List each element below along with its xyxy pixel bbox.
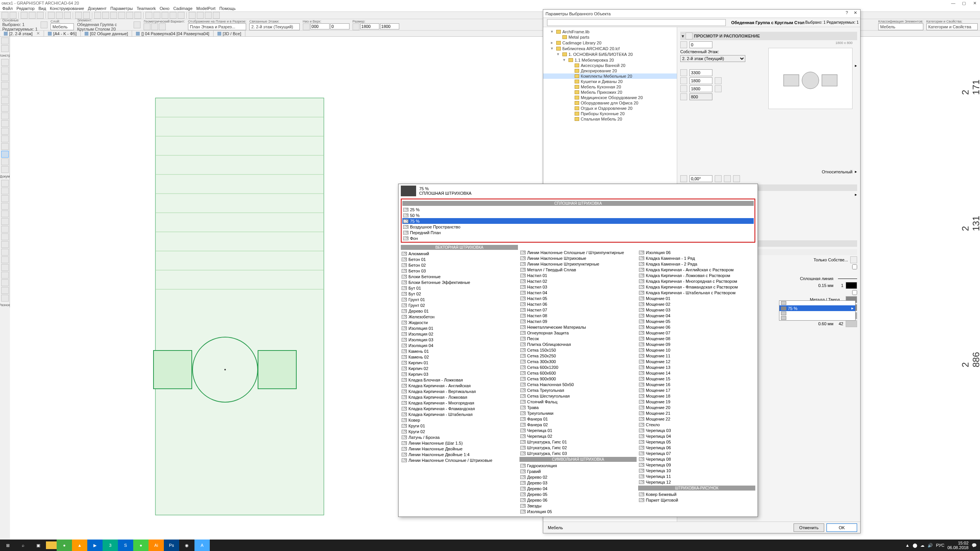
chrome-icon[interactable]: ◉ bbox=[179, 540, 194, 551]
hatch-item[interactable]: Сетка Треугольная bbox=[519, 387, 637, 393]
hatch-item[interactable]: Кирпич 03 bbox=[401, 371, 518, 377]
hatch-item[interactable]: Сетка 600x1200 bbox=[519, 364, 637, 370]
zone-tool[interactable] bbox=[1, 158, 9, 165]
hatch-item[interactable]: Черепица 03 bbox=[638, 427, 755, 433]
hatch-item[interactable]: Настил 09 bbox=[519, 318, 637, 324]
elev-icon[interactable] bbox=[303, 23, 310, 30]
tray-icon[interactable]: ▲ bbox=[905, 543, 910, 548]
hatch-item[interactable]: Трава bbox=[519, 404, 637, 410]
hatch-item[interactable]: Линии Наклонные Двойные 1:4 bbox=[401, 452, 518, 457]
tool-button[interactable] bbox=[29, 12, 36, 19]
app-icon[interactable]: S bbox=[118, 540, 133, 551]
hatch-item[interactable]: Блоки Бетонные bbox=[401, 274, 518, 279]
chevron-down-icon[interactable]: ▾ bbox=[682, 34, 684, 39]
tree-node[interactable]: Комплекты Мебельные 20 bbox=[543, 73, 677, 79]
change-tool[interactable] bbox=[1, 287, 9, 294]
hatch-item[interactable]: Черепица 12 bbox=[638, 479, 755, 485]
hatch-item[interactable]: Линии Наклонные Двойные bbox=[401, 446, 518, 452]
hatch-item[interactable]: Стекло bbox=[638, 422, 755, 427]
arrow-icon[interactable]: ▸ bbox=[855, 63, 857, 68]
hatch-item[interactable]: Сетка 250x250 bbox=[519, 353, 637, 359]
tool-button[interactable] bbox=[170, 12, 176, 19]
language-indicator[interactable]: РУС bbox=[936, 543, 944, 548]
hatch-item[interactable]: Огнеупорная Защита bbox=[519, 330, 637, 336]
dimension-tool[interactable] bbox=[1, 180, 9, 187]
hatch-item[interactable]: Круги 02 bbox=[401, 429, 518, 434]
hatch-item[interactable]: Мощение 14 bbox=[638, 370, 755, 376]
hatch-item[interactable]: Латунь / Бронза bbox=[401, 434, 518, 440]
tool-button[interactable] bbox=[2, 12, 8, 19]
mesh-tool[interactable] bbox=[1, 166, 9, 173]
hatch-item[interactable]: Изоляция 06 bbox=[638, 249, 755, 255]
shell-tool[interactable] bbox=[1, 120, 9, 127]
hatch-item[interactable]: Дерево 04 bbox=[519, 486, 637, 491]
hatch-item[interactable]: Бут 01 bbox=[401, 285, 518, 291]
hatch-item[interactable]: Мощение 20 bbox=[638, 404, 755, 410]
menu-item[interactable]: Cadimage bbox=[173, 6, 193, 11]
hatch-item[interactable]: Изоляция 05 bbox=[519, 509, 637, 514]
hatch-item[interactable]: Настил 07 bbox=[519, 307, 637, 313]
interior-tool[interactable] bbox=[1, 264, 9, 271]
hatch-item[interactable]: Настил 04 bbox=[519, 290, 637, 295]
menu-item[interactable]: Teamwork bbox=[137, 6, 156, 11]
close-button[interactable]: ✕ bbox=[969, 0, 980, 6]
hatch-item[interactable]: Фон bbox=[402, 235, 754, 241]
layer-dropdown[interactable]: Мебель bbox=[548, 525, 617, 530]
hatch-item[interactable]: Сетка 900x900 bbox=[519, 376, 637, 381]
hatch-item[interactable]: Мощение 08 bbox=[638, 336, 755, 341]
checkbox[interactable] bbox=[852, 264, 857, 269]
hatch-item[interactable]: Настил 06 bbox=[519, 301, 637, 307]
hatch-item[interactable]: Настил 03 bbox=[519, 284, 637, 290]
hatch-item[interactable]: Мощение 10 bbox=[638, 347, 755, 353]
tool-button[interactable] bbox=[162, 12, 168, 19]
menu-item[interactable]: ModelPort bbox=[196, 6, 216, 11]
close-tab-icon[interactable]: ✕ bbox=[36, 31, 40, 36]
elev-input[interactable] bbox=[310, 23, 330, 29]
filter-icon[interactable] bbox=[850, 256, 857, 263]
tool-button[interactable] bbox=[37, 12, 44, 19]
hatch-item[interactable]: Мощение 18 bbox=[638, 393, 755, 399]
hatch-item[interactable]: Мощение 06 bbox=[638, 324, 755, 330]
tool-button[interactable] bbox=[205, 12, 212, 19]
pen-swatch[interactable] bbox=[846, 282, 857, 289]
tool-button[interactable] bbox=[64, 12, 71, 19]
hatch-item[interactable]: Кладка Кирпичная - Многорядная с Раствор… bbox=[638, 278, 755, 284]
hatch-item[interactable]: Фанера 01 bbox=[519, 416, 637, 422]
app-icon[interactable]: ● bbox=[133, 540, 149, 551]
hatch-item[interactable]: Черепица 08 bbox=[638, 456, 755, 462]
tree-node[interactable]: Оборудование для Офиса 20 bbox=[543, 100, 677, 106]
tool-button[interactable] bbox=[75, 12, 82, 19]
geom-option[interactable] bbox=[144, 23, 150, 30]
column-tool[interactable] bbox=[1, 82, 9, 89]
hatch-item[interactable]: Черепица 05 bbox=[638, 439, 755, 445]
fill-tool[interactable] bbox=[1, 210, 9, 217]
tool-button[interactable] bbox=[83, 12, 90, 19]
hatch-item[interactable]: Настил 01 bbox=[519, 272, 637, 278]
hatch-item[interactable]: Кладка Кирпичная - Штабельная bbox=[401, 411, 518, 417]
tool-button[interactable] bbox=[178, 12, 185, 19]
app-icon[interactable]: 3 bbox=[103, 540, 118, 551]
tool-button[interactable] bbox=[118, 12, 125, 19]
hatch-item[interactable]: Сетка 150x150 bbox=[519, 347, 637, 353]
hatch-item[interactable]: Ковер bbox=[401, 417, 518, 423]
tool-button[interactable] bbox=[189, 12, 196, 19]
arrow-tool[interactable] bbox=[1, 37, 9, 44]
link-icon[interactable] bbox=[715, 77, 722, 84]
catprop-dropdown[interactable]: Категории и Свойства bbox=[926, 23, 978, 30]
width-input[interactable] bbox=[689, 77, 712, 84]
hatch-item[interactable]: Мощение 15 bbox=[638, 376, 755, 381]
door-tool[interactable] bbox=[1, 67, 9, 73]
pen-swatch[interactable] bbox=[846, 320, 857, 327]
tool-button[interactable] bbox=[154, 12, 160, 19]
tool-button[interactable] bbox=[102, 12, 109, 19]
tree-node[interactable]: ▾1.1 Мебелировка 20 bbox=[543, 57, 677, 63]
hatch-item[interactable]: Алюминий bbox=[401, 251, 518, 256]
hatch-item[interactable]: Линии Наклонные Штриховые bbox=[519, 255, 637, 261]
hatch-item[interactable]: Линии Наклонные Штрихпунктирные bbox=[519, 261, 637, 267]
tray-icon[interactable]: ⬤ bbox=[913, 543, 917, 548]
morph-tool[interactable] bbox=[1, 143, 9, 150]
hatch-item[interactable]: Сетка Наклонная 50x50 bbox=[519, 381, 637, 387]
tray-icon[interactable]: ☁ bbox=[920, 543, 924, 548]
hatch-item[interactable]: Черепица 04 bbox=[638, 433, 755, 439]
hatch-item[interactable]: Кладка Кирпичная - Английская с Растворо… bbox=[638, 267, 755, 272]
